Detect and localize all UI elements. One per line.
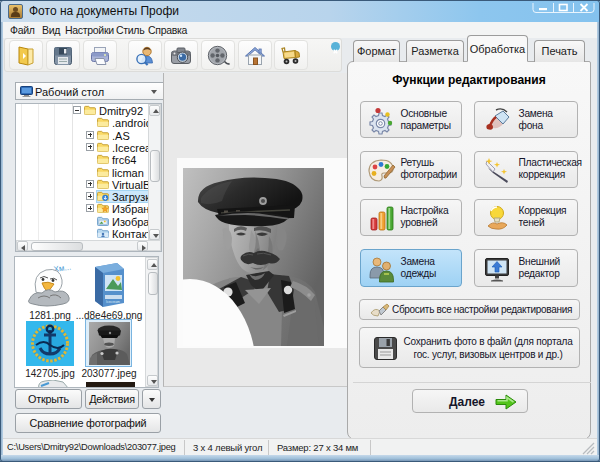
svg-text:Icecream: Icecream	[106, 300, 120, 304]
